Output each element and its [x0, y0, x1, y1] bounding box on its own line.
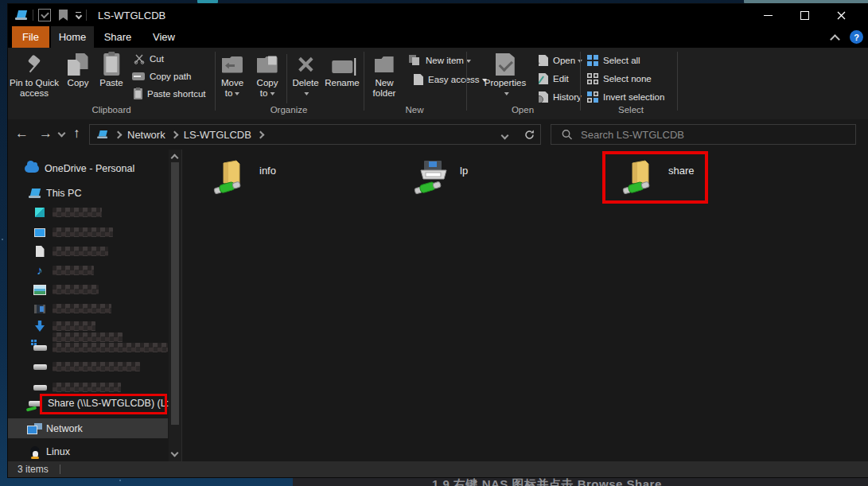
- copy-path-button[interactable]: Copy path: [132, 70, 191, 83]
- tab-home[interactable]: Home: [51, 26, 94, 48]
- computer-icon: [15, 10, 28, 20]
- dropdown-icon: [305, 92, 309, 98]
- help-button[interactable]: ?: [850, 30, 863, 44]
- edit-button[interactable]: Edit: [535, 72, 569, 85]
- file-name: info: [259, 165, 276, 194]
- divider: [33, 10, 33, 21]
- scroll-up-icon[interactable]: [171, 154, 179, 162]
- forward-button[interactable]: →: [39, 126, 53, 142]
- divider: [86, 10, 87, 21]
- new-folder-button[interactable]: Newfolder: [373, 51, 396, 99]
- recent-locations-dropdown[interactable]: [58, 130, 66, 138]
- ribbon-tabbar: File Home Share View ?: [8, 26, 868, 48]
- breadcrumb-chevron-icon[interactable]: [256, 130, 264, 138]
- address-bar[interactable]: Network LS-WTGLCDB: [89, 124, 541, 145]
- rename-icon: [332, 60, 352, 73]
- copy-to-button[interactable]: Copyto: [257, 51, 278, 99]
- up-button[interactable]: ↑: [73, 126, 80, 142]
- group-separator: [466, 52, 467, 111]
- scroll-down-icon[interactable]: [171, 449, 179, 457]
- group-separator: [677, 52, 678, 111]
- tab-share[interactable]: Share: [97, 26, 138, 48]
- sidebar-item-redacted[interactable]: [8, 203, 168, 222]
- cut-button[interactable]: Cut: [134, 52, 164, 65]
- sidebar-item-this-pc[interactable]: This PC: [8, 184, 168, 203]
- redacted-label: [53, 247, 108, 256]
- group-label-select: Select: [618, 105, 644, 115]
- shared-folder-icon: [213, 156, 251, 194]
- copy-icon: [68, 53, 88, 76]
- file-item-lp[interactable]: lp: [414, 156, 468, 194]
- minimize-button[interactable]: [749, 4, 786, 26]
- breadcrumb-chevron-icon[interactable]: [170, 130, 178, 138]
- pane-divider: [181, 150, 182, 461]
- redacted-label: [53, 285, 99, 294]
- sidebar-item-redacted[interactable]: [8, 299, 168, 318]
- select-none-button[interactable]: Select none: [587, 72, 652, 85]
- copy-button[interactable]: Copy: [68, 51, 89, 88]
- close-button[interactable]: [823, 4, 859, 26]
- tab-view[interactable]: View: [143, 26, 185, 48]
- quick-access-properties-icon[interactable]: [38, 9, 51, 21]
- rename-button[interactable]: Rename: [325, 51, 359, 88]
- properties-icon: [496, 53, 515, 76]
- 3d-objects-icon: [35, 208, 45, 217]
- group-separator: [580, 52, 581, 111]
- file-item-info[interactable]: info: [213, 156, 276, 194]
- move-to-button[interactable]: Moveto: [221, 51, 243, 99]
- shared-printer-icon: [414, 156, 452, 194]
- dropdown-icon: [270, 92, 274, 98]
- redacted-label: [53, 208, 102, 217]
- pin-to-quick-access-button[interactable]: Pin to Quickaccess: [10, 51, 59, 99]
- properties-button[interactable]: Properties: [485, 51, 526, 99]
- paste-shortcut-button[interactable]: Paste shortcut: [134, 87, 206, 100]
- search-input[interactable]: [579, 128, 821, 142]
- sidebar-item-label: OneDrive - Personal: [45, 163, 134, 174]
- sidebar-item-label: Network: [46, 423, 83, 434]
- sidebar-item-redacted[interactable]: [8, 280, 168, 299]
- navigation-bar: ← → ↑ Network LS-WTGLCDB: [8, 119, 868, 150]
- edit-icon: [539, 73, 548, 84]
- scrollbar-thumb[interactable]: [171, 162, 179, 425]
- quick-access-new-folder-icon[interactable]: [59, 10, 68, 21]
- customize-quick-access-toolbar-button[interactable]: [76, 12, 81, 18]
- paste-button[interactable]: Paste: [99, 51, 123, 88]
- refresh-icon[interactable]: [524, 129, 535, 141]
- sidebar-item-label: Linux: [46, 446, 70, 457]
- new-item-button[interactable]: New item: [409, 54, 471, 67]
- maximize-button[interactable]: [786, 4, 823, 26]
- paste-shortcut-icon: [134, 88, 142, 99]
- breadcrumb-current[interactable]: LS-WTGLCDB: [181, 129, 255, 141]
- sidebar-scrollbar[interactable]: [169, 150, 181, 461]
- sidebar-item-redacted[interactable]: [8, 338, 168, 357]
- address-dropdown-icon[interactable]: [501, 132, 509, 140]
- select-all-button[interactable]: Select all: [587, 54, 640, 67]
- breadcrumb-chevron-icon[interactable]: [115, 130, 123, 138]
- window-title: LS-WTGLCDB: [98, 10, 165, 21]
- collapse-ribbon-icon[interactable]: [830, 34, 840, 45]
- breadcrumb-network[interactable]: Network: [124, 129, 169, 141]
- sidebar-item-redacted[interactable]: [8, 223, 168, 242]
- history-button[interactable]: History: [535, 91, 582, 103]
- easy-access-button[interactable]: Easy access: [409, 73, 487, 86]
- search-box[interactable]: [551, 124, 856, 145]
- new-item-icon: [409, 55, 421, 66]
- sidebar-item-onedrive[interactable]: OneDrive - Personal: [8, 159, 168, 178]
- delete-button[interactable]: Delete: [292, 51, 318, 99]
- sidebar-item-network[interactable]: Network: [8, 418, 168, 438]
- copy-to-icon: [257, 56, 278, 73]
- select-all-icon: [587, 55, 598, 66]
- annotation-box-share-item: [602, 151, 708, 204]
- sidebar-item-redacted[interactable]: [8, 242, 168, 261]
- back-button[interactable]: ←: [15, 126, 29, 142]
- sidebar-item-redacted[interactable]: ♪: [8, 261, 168, 280]
- easy-access-icon: [414, 74, 423, 85]
- tab-file[interactable]: File: [12, 26, 49, 48]
- drive-icon: [33, 385, 47, 391]
- history-icon: [539, 91, 548, 103]
- sidebar-item-redacted[interactable]: [8, 357, 168, 376]
- open-button[interactable]: Open: [535, 54, 582, 67]
- invert-selection-button[interactable]: Invert selection: [587, 91, 664, 103]
- wallpaper-speck: [2, 239, 3, 240]
- sidebar-item-linux[interactable]: Linux: [8, 442, 168, 461]
